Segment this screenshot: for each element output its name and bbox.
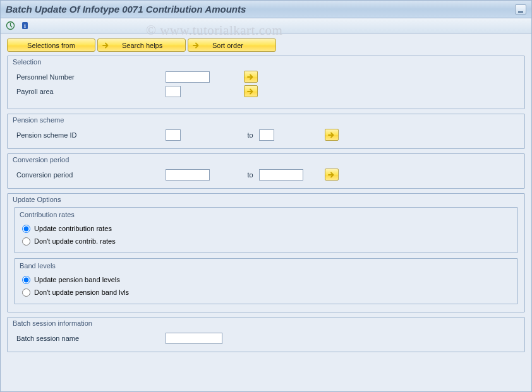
conversion-period-group: Conversion period Conversion period to bbox=[7, 153, 525, 189]
selections-from-button[interactable]: Selections from bbox=[7, 39, 95, 52]
pension-scheme-to-label: to bbox=[241, 131, 259, 139]
dont-update-contribution-rates-label: Don't update contrib. rates bbox=[34, 237, 116, 245]
pension-scheme-id-to-input[interactable] bbox=[259, 129, 274, 141]
arrow-right-icon bbox=[102, 41, 111, 50]
update-contribution-rates-radio[interactable] bbox=[22, 225, 30, 233]
selection-group: Selection Personnel Number Payroll area bbox=[7, 56, 525, 109]
pension-scheme-id-from-input[interactable] bbox=[166, 129, 181, 141]
pension-scheme-group: Pension scheme Pension scheme ID to bbox=[7, 114, 525, 149]
batch-session-group-title: Batch session information bbox=[13, 318, 518, 331]
system-toolbar: i bbox=[1, 18, 531, 33]
personnel-number-input[interactable] bbox=[166, 71, 210, 83]
personnel-number-more-button[interactable] bbox=[244, 71, 258, 83]
conversion-period-more-button[interactable] bbox=[325, 169, 339, 181]
selection-group-title: Selection bbox=[13, 56, 518, 69]
contribution-rates-subgroup: Contribution rates Update contribution r… bbox=[14, 207, 518, 253]
search-helps-label: Search helps bbox=[122, 42, 162, 49]
dont-update-band-levels-radio[interactable] bbox=[22, 288, 30, 297]
conversion-period-to-label: to bbox=[241, 171, 259, 179]
arrow-right-icon bbox=[192, 41, 201, 50]
update-options-group: Update Options Contribution rates Update… bbox=[7, 193, 525, 312]
update-band-levels-radio[interactable] bbox=[22, 276, 30, 284]
arrow-right-icon bbox=[327, 131, 336, 139]
arrow-right-icon bbox=[246, 88, 255, 95]
minimize-button[interactable] bbox=[515, 4, 526, 15]
band-levels-title: Band levels bbox=[20, 260, 511, 273]
update-band-levels-label: Update pension band levels bbox=[34, 276, 120, 283]
conversion-period-group-title: Conversion period bbox=[13, 154, 518, 167]
execute-icon[interactable] bbox=[4, 20, 16, 32]
conversion-period-from-input[interactable] bbox=[166, 169, 210, 181]
page-title: Batch Update Of Infotype 0071 Contributi… bbox=[6, 4, 515, 15]
payroll-area-label: Payroll area bbox=[14, 88, 166, 95]
batch-session-name-input[interactable] bbox=[166, 333, 222, 344]
update-contribution-rates-label: Update contribution rates bbox=[34, 225, 112, 232]
payroll-area-more-button[interactable] bbox=[244, 85, 258, 97]
sort-order-button[interactable]: Sort order bbox=[188, 39, 276, 52]
personnel-number-label: Personnel Number bbox=[14, 73, 166, 81]
conversion-period-label: Conversion period bbox=[14, 171, 166, 179]
arrow-right-icon bbox=[246, 73, 255, 81]
conversion-period-to-input[interactable] bbox=[259, 169, 303, 181]
pension-scheme-group-title: Pension scheme bbox=[13, 114, 518, 128]
title-bar: Batch Update Of Infotype 0071 Contributi… bbox=[1, 1, 531, 18]
action-button-row: Selections from Search helps Sort order bbox=[7, 39, 525, 52]
pension-scheme-more-button[interactable] bbox=[325, 129, 339, 141]
contribution-rates-title: Contribution rates bbox=[20, 209, 511, 222]
search-helps-button[interactable]: Search helps bbox=[97, 39, 186, 52]
batch-session-group: Batch session information Batch session … bbox=[7, 317, 525, 352]
arrow-right-icon bbox=[327, 171, 336, 179]
pension-scheme-id-label: Pension scheme ID bbox=[14, 131, 166, 139]
update-options-group-title: Update Options bbox=[13, 194, 518, 207]
selections-from-label: Selections from bbox=[27, 42, 75, 49]
band-levels-subgroup: Band levels Update pension band levels D… bbox=[14, 258, 518, 304]
dont-update-band-levels-label: Don't update pension band lvls bbox=[34, 288, 129, 296]
info-icon[interactable]: i bbox=[19, 20, 31, 32]
sort-order-label: Sort order bbox=[212, 42, 243, 49]
payroll-area-input[interactable] bbox=[166, 86, 181, 97]
batch-session-name-label: Batch session name bbox=[14, 335, 166, 342]
dont-update-contribution-rates-radio[interactable] bbox=[22, 237, 30, 246]
